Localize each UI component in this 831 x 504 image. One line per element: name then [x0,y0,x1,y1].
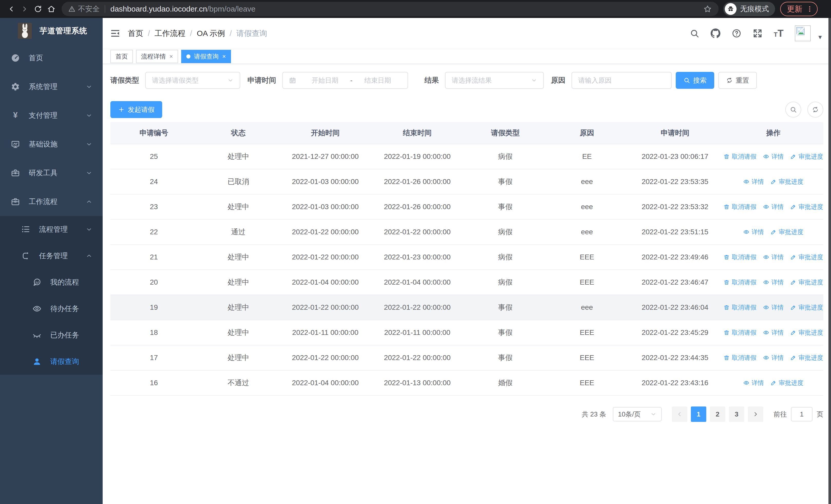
sidebar-item-待办任务[interactable]: 待办任务 [0,295,103,322]
apply-time-range-picker[interactable]: 开始日期 - 结束日期 [282,72,408,89]
sidebar-item-label: 工作流程 [29,197,57,207]
detail-link[interactable]: 详情 [743,178,764,186]
github-icon[interactable] [711,28,720,38]
table-cell: 2022-01-22 23:44:35 [627,354,723,362]
cancel-leave-link[interactable]: 取消请假 [723,152,756,161]
create-leave-button[interactable]: 发起请假 [110,101,162,118]
breadcrumb-item[interactable]: 首页 [128,28,143,39]
sidebar-item-基础设施[interactable]: 基础设施 [0,130,103,158]
table-cell: 16 [110,379,197,387]
font-size-icon[interactable]: TT [774,28,783,39]
user-avatar[interactable] [795,25,811,41]
search-icon[interactable] [690,28,699,38]
cancel-leave-link[interactable]: 取消请假 [723,354,756,362]
cancel-leave-link[interactable]: 取消请假 [723,303,756,312]
goto-page-input[interactable] [791,407,812,421]
tab-label: 请假查询 [194,52,219,61]
tab-首页[interactable]: 首页 [110,50,133,63]
home-icon[interactable] [45,2,58,16]
reset-button[interactable]: 重置 [718,72,757,89]
page-scrollbar[interactable] [828,18,831,504]
table-cell: 2022-01-22 00:00:00 [371,354,463,362]
approval-progress-link[interactable]: 审批进度 [790,278,823,287]
approval-progress-link[interactable]: 审批进度 [770,228,803,236]
detail-link[interactable]: 详情 [763,203,783,211]
sidebar-item-首页[interactable]: 首页 [0,43,103,72]
detail-link[interactable]: 详情 [763,152,783,161]
reason-input[interactable] [572,72,671,89]
bookmark-star-icon[interactable] [703,5,712,13]
page-size-select[interactable]: 10条/页 [613,407,662,421]
result-select[interactable]: 请选择流结果 [445,72,544,89]
sidebar-item-工作流程[interactable]: 工作流程 [0,187,103,216]
approval-progress-link[interactable]: 审批进度 [790,253,823,261]
breadcrumb-item[interactable]: 工作流程 [154,28,185,39]
app-logo[interactable]: 芋道管理系统 [0,18,103,43]
next-page-button[interactable] [748,407,763,422]
sidebar-item-已办任务[interactable]: 已办任务 [0,322,103,348]
page-button-3[interactable]: 3 [729,407,744,422]
sidebar-item-流程管理[interactable]: 流程管理 [0,216,103,242]
cancel-leave-link[interactable]: 取消请假 [723,278,756,287]
chevron-down-icon [650,411,657,417]
detail-link[interactable]: 详情 [763,278,783,287]
approval-progress-link[interactable]: 审批进度 [790,203,823,211]
action-label: 详情 [771,152,783,161]
toggle-search-button[interactable] [785,101,801,118]
leave-type-select[interactable]: 请选择请假类型 [145,72,240,89]
breadcrumb-item[interactable]: OA 示例 [197,28,225,39]
close-icon[interactable]: × [169,53,173,60]
approval-progress-link[interactable]: 审批进度 [790,303,823,312]
detail-link[interactable]: 详情 [763,328,783,337]
cancel-leave-link[interactable]: 取消请假 [723,203,756,211]
close-icon[interactable]: × [222,53,226,60]
browser-menu-icon[interactable] [806,5,813,13]
pen-icon [790,254,796,260]
sidebar-item-请假查询[interactable]: 请假查询 [0,348,103,375]
tab-label: 首页 [115,52,128,61]
approval-progress-link[interactable]: 审批进度 [770,178,803,186]
chevron-down-icon [86,112,92,119]
approval-progress-link[interactable]: 审批进度 [770,379,803,387]
detail-link[interactable]: 详情 [763,303,783,312]
svg-text:¥: ¥ [13,111,18,120]
page-button-1[interactable]: 1 [691,407,706,422]
address-bar[interactable]: 不安全 dashboard.yudao.iocoder.cn/bpm/oa/le… [62,2,719,16]
sidebar-item-支付管理[interactable]: ¥支付管理 [0,101,103,130]
detail-link[interactable]: 详情 [743,379,764,387]
sidebar-item-系统管理[interactable]: 系统管理 [0,72,103,101]
table-cell: 事假 [463,177,547,186]
approval-progress-link[interactable]: 审批进度 [790,152,823,161]
sidebar-item-任务管理[interactable]: 任务管理 [0,242,103,269]
refresh-table-button[interactable] [807,101,823,118]
sidebar-item-研发工具[interactable]: 研发工具 [0,158,103,187]
fullscreen-icon[interactable] [753,28,763,38]
cancel-leave-link[interactable]: 取消请假 [723,253,756,261]
update-label: 更新 [787,4,802,14]
table-cell: 2022-01-22 00:00:00 [279,228,371,236]
tab-流程详情[interactable]: 流程详情× [136,50,178,63]
detail-link[interactable]: 详情 [763,354,783,362]
refresh-icon [812,106,819,113]
prev-page-button[interactable] [672,407,687,422]
page-button-2[interactable]: 2 [710,407,725,422]
avatar-caret-icon[interactable]: ▾ [819,33,822,41]
back-icon[interactable] [5,2,18,16]
detail-link[interactable]: 详情 [743,228,764,236]
forward-icon[interactable] [18,2,31,16]
pen-icon [770,229,777,235]
cancel-leave-link[interactable]: 取消请假 [723,328,756,337]
approval-progress-link[interactable]: 审批进度 [790,328,823,337]
update-button[interactable]: 更新 [780,2,818,16]
menu-fold-icon[interactable] [110,28,120,38]
help-icon[interactable] [732,28,741,38]
sidebar-item-我的流程[interactable]: 我的流程 [0,269,103,295]
table-cell: 不通过 [197,378,279,388]
tab-请假查询[interactable]: 请假查询× [181,50,231,63]
reload-icon[interactable] [31,2,45,16]
approval-progress-link[interactable]: 审批进度 [790,354,823,362]
table-cell: 通过 [197,227,279,237]
search-button[interactable]: 搜索 [676,72,714,89]
detail-link[interactable]: 详情 [763,253,783,261]
column-header: 申请编号 [110,128,197,138]
